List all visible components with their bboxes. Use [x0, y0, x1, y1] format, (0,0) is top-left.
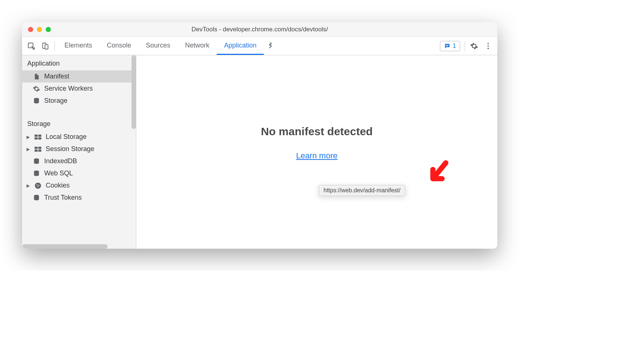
document-icon	[32, 73, 41, 80]
grid-icon	[34, 134, 42, 140]
window-controls	[28, 27, 51, 32]
window-title: DevTools - developer.chrome.com/docs/dev…	[22, 26, 497, 33]
svg-rect-13	[35, 147, 38, 149]
svg-point-19	[35, 182, 41, 189]
tab-sources[interactable]: Sources	[139, 37, 178, 55]
toolbar-divider	[465, 41, 465, 51]
window-titlebar: DevTools - developer.chrome.com/docs/dev…	[22, 22, 497, 37]
sidebar-item-label: IndexedDB	[44, 157, 77, 165]
svg-rect-9	[35, 134, 38, 137]
svg-rect-14	[38, 147, 41, 149]
panel-tabs: Elements Console Sources Network Applica…	[57, 37, 440, 55]
panel-content: Application Manifest Service Workers Sto…	[22, 55, 497, 249]
sidebar-item-web-sql[interactable]: Web SQL	[22, 167, 136, 179]
sidebar-item-label: Local Storage	[46, 133, 87, 141]
more-tabs-button[interactable]	[264, 37, 277, 55]
database-icon	[32, 194, 41, 202]
database-icon	[32, 97, 41, 105]
svg-rect-4	[446, 46, 448, 46]
svg-rect-11	[35, 137, 38, 139]
empty-state-heading: No manifest detected	[261, 125, 372, 138]
sidebar-scrollbar-horizontal[interactable]	[22, 244, 108, 249]
sidebar-item-label: Web SQL	[44, 169, 73, 177]
inspect-element-button[interactable]	[24, 39, 38, 53]
link-tooltip: https://web.dev/add-manifest/	[319, 185, 405, 196]
sidebar-item-manifest[interactable]: Manifest	[22, 70, 136, 83]
annotation-arrow-icon	[426, 158, 451, 188]
sidebar-scrollbar-vertical[interactable]	[132, 55, 136, 129]
issues-count: 1	[453, 42, 456, 50]
maximize-window-button[interactable]	[46, 27, 51, 32]
svg-rect-3	[446, 45, 449, 45]
chat-icon	[444, 43, 451, 49]
learn-more-link[interactable]: Learn more	[296, 151, 338, 161]
sidebar-item-local-storage[interactable]: ▶ Local Storage	[22, 131, 136, 143]
sidebar-item-label: Trust Tokens	[44, 194, 82, 202]
svg-rect-15	[35, 149, 38, 151]
sidebar-item-label: Manifest	[44, 73, 69, 80]
gear-icon	[32, 85, 41, 92]
issues-button[interactable]: 1	[440, 41, 460, 51]
cookie-icon	[34, 182, 42, 189]
svg-point-6	[487, 45, 489, 47]
expand-icon[interactable]: ▶	[26, 183, 30, 188]
svg-rect-10	[38, 134, 41, 137]
sidebar-item-cookies[interactable]: ▶ Cookies	[22, 179, 136, 192]
svg-rect-16	[38, 149, 41, 151]
svg-point-5	[487, 43, 489, 44]
svg-rect-2	[45, 45, 48, 49]
devtools-window: DevTools - developer.chrome.com/docs/dev…	[22, 22, 497, 249]
sidebar-item-label: Session Storage	[46, 145, 94, 153]
sidebar-section-header: Storage	[22, 116, 136, 131]
svg-point-22	[37, 186, 38, 187]
sidebar-item-service-workers[interactable]: Service Workers	[22, 83, 136, 95]
sidebar-item-storage[interactable]: Storage	[22, 95, 136, 107]
tab-network[interactable]: Network	[178, 37, 217, 55]
toolbar-divider	[55, 41, 55, 51]
grid-icon	[34, 146, 42, 152]
more-options-button[interactable]	[481, 39, 495, 53]
sidebar-item-label: Service Workers	[44, 85, 93, 92]
tab-application[interactable]: Application	[217, 37, 264, 55]
sidebar-item-label: Storage	[44, 97, 67, 105]
expand-icon[interactable]: ▶	[26, 134, 30, 140]
sidebar-item-session-storage[interactable]: ▶ Session Storage	[22, 143, 136, 155]
svg-rect-12	[38, 137, 41, 139]
manifest-panel: No manifest detected Learn more https://…	[136, 55, 497, 249]
settings-button[interactable]	[467, 39, 481, 53]
svg-point-21	[38, 185, 39, 186]
devtools-toolbar: Elements Console Sources Network Applica…	[22, 37, 497, 55]
svg-point-7	[487, 48, 489, 49]
expand-icon[interactable]: ▶	[26, 147, 30, 152]
sidebar-item-indexeddb[interactable]: IndexedDB	[22, 155, 136, 167]
database-icon	[32, 170, 41, 177]
close-window-button[interactable]	[28, 27, 33, 32]
tab-console[interactable]: Console	[99, 37, 139, 55]
tab-elements[interactable]: Elements	[57, 37, 99, 55]
sidebar-item-label: Cookies	[46, 182, 70, 189]
sidebar-item-trust-tokens[interactable]: Trust Tokens	[22, 192, 136, 204]
minimize-window-button[interactable]	[37, 27, 42, 32]
device-toolbar-button[interactable]	[38, 39, 52, 53]
database-icon	[32, 158, 41, 165]
application-sidebar: Application Manifest Service Workers Sto…	[22, 55, 136, 249]
svg-point-20	[36, 184, 38, 185]
sidebar-section-header: Application	[22, 55, 136, 70]
